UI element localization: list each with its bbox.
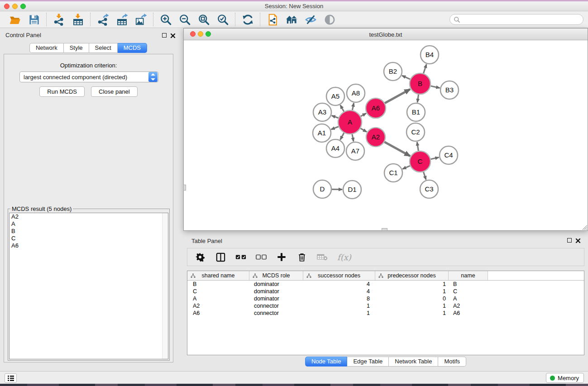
- save-session-icon[interactable]: [27, 12, 41, 27]
- graph-edge-B-B2[interactable]: [402, 76, 410, 79]
- node-table-header: shared nameMCDS rolesuccessor nodesprede…: [187, 271, 584, 281]
- graph-edge-A-A5[interactable]: [340, 105, 344, 111]
- memory-label: Memory: [558, 375, 579, 381]
- graph-edge-A-A3[interactable]: [332, 115, 339, 118]
- network-window-title: testGlobe.txt: [184, 31, 588, 38]
- function-builder-icon[interactable]: f(x): [337, 253, 351, 262]
- canvas-splitter-handle-left[interactable]: [183, 185, 186, 191]
- graph-node-label: B: [418, 80, 422, 87]
- graph-edge-A2-C[interactable]: [384, 142, 410, 156]
- graph-edge-A-A4[interactable]: [340, 133, 344, 140]
- mcds-result-item[interactable]: A6: [10, 242, 168, 249]
- graph-edge-C-C2[interactable]: [417, 142, 418, 151]
- search-input[interactable]: [460, 15, 583, 24]
- table-panel-close-icon[interactable]: [575, 238, 581, 243]
- graph-edge-C-C1[interactable]: [402, 166, 410, 169]
- hide-graphics-details-icon[interactable]: [303, 12, 318, 27]
- run-mcds-button[interactable]: Run MCDS: [39, 86, 85, 97]
- table-panel: Table Panel: [183, 234, 588, 369]
- table-cell: 1: [303, 303, 375, 309]
- tab-network[interactable]: Network: [29, 43, 64, 53]
- table-cell: dominator: [249, 288, 303, 295]
- control-panel-close-icon[interactable]: [170, 33, 176, 38]
- network-canvas[interactable]: B4B2BB3A5A8A6B1A3AC2A1A2A4A7C4CC1C3DD1: [184, 40, 588, 230]
- optimization-criterion-dropdown[interactable]: largest connected component (directed): [19, 71, 158, 82]
- graph-node-label: A4: [331, 144, 339, 152]
- result-scrollbar-track[interactable]: [162, 213, 168, 359]
- zoom-in-icon[interactable]: [158, 12, 173, 27]
- graph-edge-C-C3[interactable]: [423, 172, 426, 180]
- table-cell: 1: [375, 310, 449, 316]
- mcds-result-item[interactable]: A: [10, 220, 168, 228]
- table-row[interactable]: Cdominator41C: [187, 288, 584, 295]
- table-cell: 4: [303, 288, 375, 295]
- column-header-shared-name[interactable]: shared name: [187, 271, 249, 280]
- graph-edge-A-A2[interactable]: [360, 129, 367, 132]
- mcds-panel: Optimization criterion: largest connecte…: [4, 54, 173, 362]
- table-row[interactable]: A2connector11A2: [187, 302, 584, 310]
- graph-edge-A-A8[interactable]: [352, 103, 354, 110]
- column-header-name[interactable]: name: [449, 271, 488, 280]
- network-window-titlebar[interactable]: testGlobe.txt: [184, 29, 588, 40]
- zoom-selected-icon[interactable]: [215, 12, 230, 27]
- import-table-icon[interactable]: [71, 12, 85, 27]
- delete-column-icon[interactable]: [296, 252, 307, 262]
- export-image-icon[interactable]: [134, 12, 148, 27]
- mcds-result-item[interactable]: B: [10, 228, 168, 235]
- tab-select[interactable]: Select: [89, 43, 118, 53]
- tab-network-table[interactable]: Network Table: [389, 357, 438, 367]
- zoom-out-icon[interactable]: [177, 12, 192, 27]
- zoom-fit-icon[interactable]: [196, 12, 211, 27]
- graph-edge-A-A7[interactable]: [352, 134, 354, 142]
- graph-edge-A6-B[interactable]: [385, 89, 410, 103]
- select-all-columns-icon[interactable]: [235, 252, 246, 262]
- graph-edge-A-A1[interactable]: [331, 127, 339, 129]
- optimization-criterion-label: Optimization criterion:: [4, 62, 173, 69]
- graph-edge-C-C4[interactable]: [430, 157, 439, 159]
- network-window: testGlobe.txt B4B2BB3A5A8A6B1A3AC2A1A2A4…: [183, 28, 588, 231]
- column-header-predecessor-nodes[interactable]: predecessor nodes: [375, 271, 449, 280]
- tab-motifs[interactable]: Motifs: [438, 357, 466, 367]
- delete-table-icon[interactable]: [317, 252, 328, 262]
- resize-grip-icon[interactable]: [581, 224, 587, 230]
- table-cell: connector: [249, 310, 303, 316]
- tab-style[interactable]: Style: [64, 43, 89, 53]
- table-cell: 1: [375, 288, 449, 295]
- task-history-button[interactable]: [5, 373, 17, 383]
- graph-edge-B-B1[interactable]: [417, 95, 418, 102]
- first-neighbors-icon[interactable]: [284, 12, 299, 27]
- mcds-result-item[interactable]: C: [10, 235, 168, 242]
- toolbar-separator: [260, 13, 260, 26]
- control-panel-float-icon[interactable]: [162, 33, 167, 38]
- mcds-result-item[interactable]: A2: [10, 213, 168, 220]
- table-row[interactable]: Adominator80A: [187, 295, 584, 302]
- table-options-gear-icon[interactable]: [195, 252, 206, 262]
- import-network-icon[interactable]: [52, 12, 66, 27]
- column-header-MCDS-role[interactable]: MCDS role: [249, 271, 303, 280]
- network-file-icon[interactable]: [265, 12, 280, 27]
- graph-edge-A-A6[interactable]: [361, 113, 366, 116]
- table-cell: A6: [449, 310, 488, 316]
- unselect-all-columns-icon[interactable]: [256, 252, 267, 262]
- export-network-icon[interactable]: [96, 12, 110, 27]
- export-table-icon[interactable]: [115, 12, 129, 27]
- tab-node-table[interactable]: Node Table: [305, 357, 348, 367]
- close-panel-button[interactable]: Close panel: [91, 86, 138, 97]
- tab-edge-table[interactable]: Edge Table: [347, 357, 389, 367]
- table-cell: C: [449, 288, 488, 295]
- memory-button[interactable]: Memory: [546, 373, 584, 383]
- column-header-successor-nodes[interactable]: successor nodes: [303, 271, 375, 280]
- tab-mcds[interactable]: MCDS: [118, 43, 147, 53]
- column-type-icon: [306, 273, 311, 278]
- table-row[interactable]: A6connector11A6: [187, 310, 584, 317]
- birds-eye-view-icon[interactable]: [322, 12, 337, 27]
- table-row[interactable]: Bdominator41B: [187, 281, 584, 288]
- show-column-icon[interactable]: [215, 252, 226, 262]
- table-panel-float-icon[interactable]: [567, 238, 572, 243]
- canvas-splitter-handle-bottom[interactable]: [382, 228, 387, 231]
- add-column-icon[interactable]: [276, 252, 287, 262]
- open-file-icon[interactable]: [8, 12, 22, 27]
- graph-edge-B-B4[interactable]: [423, 64, 426, 73]
- refresh-layout-icon[interactable]: [240, 12, 255, 27]
- graph-edge-B-B3[interactable]: [430, 86, 440, 88]
